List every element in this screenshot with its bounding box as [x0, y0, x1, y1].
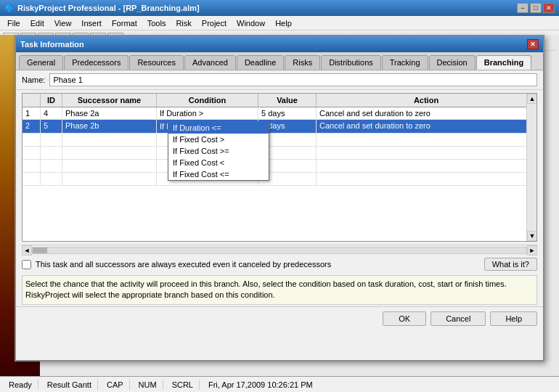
hscroll-left-button[interactable]: ◄: [22, 245, 32, 256]
header-condition: Condition: [157, 94, 258, 107]
vscroll-track: [527, 104, 536, 231]
cell-id-2: 5: [41, 120, 62, 133]
hscroll-track: [32, 247, 527, 254]
cell-empty: [317, 147, 536, 159]
cancel-button[interactable]: Cancel: [431, 311, 486, 326]
menu-edit[interactable]: Edit: [26, 18, 49, 28]
cell-empty: [41, 134, 62, 146]
tab-decision[interactable]: Decision: [429, 55, 476, 70]
cell-action-1: Cancel and set duration to zero: [317, 107, 536, 119]
menu-risk[interactable]: Risk: [171, 18, 195, 28]
header-action: Action: [317, 94, 536, 107]
header-successor: Successor name: [62, 94, 157, 107]
always-execute-checkbox[interactable]: [22, 260, 31, 269]
tab-predecessors[interactable]: Predecessors: [64, 55, 128, 70]
cell-id-1: 4: [41, 107, 62, 119]
status-bar: Ready Result Gantt CAP NUM SCRL Fri, Apr…: [0, 376, 559, 392]
tab-branching[interactable]: Branching: [476, 55, 531, 70]
close-button[interactable]: ✕: [543, 3, 555, 13]
menu-help[interactable]: Help: [271, 18, 296, 28]
tab-risks[interactable]: Risks: [285, 55, 320, 70]
ok-button[interactable]: OK: [383, 311, 426, 326]
hscroll-thumb: [33, 248, 47, 253]
cell-empty: [317, 160, 536, 172]
cell-empty: [23, 173, 41, 185]
task-information-dialog: Task Information ✕ General Predecessors …: [15, 35, 544, 362]
grid-container: ID Successor name Condition Value Action…: [22, 93, 537, 242]
name-row: Name:: [16, 70, 543, 90]
cell-empty: [41, 147, 62, 159]
menu-insert[interactable]: Insert: [77, 18, 106, 28]
cell-rownum-1: 1: [23, 107, 41, 119]
condition-dropdown[interactable]: If Duration <= If Fixed Cost > If Fixed …: [168, 121, 269, 181]
cell-empty: [62, 134, 157, 146]
tab-general[interactable]: General: [19, 55, 63, 70]
tab-deadline[interactable]: Deadline: [237, 55, 284, 70]
dropdown-item-2[interactable]: If Fixed Cost >=: [168, 145, 269, 157]
dropdown-item-1[interactable]: If Fixed Cost >: [168, 134, 269, 145]
table-row[interactable]: [23, 147, 536, 160]
dropdown-item-4[interactable]: If Fixed Cost <=: [168, 168, 269, 180]
cell-empty: [317, 134, 536, 146]
menu-format[interactable]: Format: [107, 18, 142, 28]
header-value: Value: [258, 94, 317, 107]
cell-empty: [41, 160, 62, 172]
checkbox-row: This task and all successors are always …: [16, 255, 543, 274]
table-row[interactable]: [23, 173, 536, 186]
dialog-title: Task Information: [20, 40, 84, 49]
status-ready: Ready: [3, 380, 38, 390]
cell-condition-1: If Duration >: [157, 107, 258, 119]
dropdown-item-0[interactable]: If Duration <=: [168, 122, 269, 134]
table-row[interactable]: [23, 160, 536, 173]
what-is-button[interactable]: What is it?: [484, 258, 537, 271]
cell-empty: [23, 160, 41, 172]
tab-distributions[interactable]: Distributions: [321, 55, 381, 70]
cell-action-2: Cancel and set duration to zero: [317, 120, 536, 133]
table-row[interactable]: 2 5 Phase 2b If Duration <= ▼ 5 days Can…: [23, 120, 536, 134]
status-num: NUM: [133, 380, 163, 390]
status-datetime: Fri, Apr 17,2009 10:26:21 PM: [203, 380, 319, 390]
status-cap: CAP: [101, 380, 130, 390]
menu-view[interactable]: View: [50, 18, 76, 28]
table-row[interactable]: [23, 134, 536, 147]
vscroll-up-button[interactable]: ▲: [527, 94, 537, 104]
status-scrl: SCRL: [166, 380, 200, 390]
name-label: Name:: [22, 75, 45, 84]
tab-tracking[interactable]: Tracking: [382, 55, 428, 70]
dropdown-item-3[interactable]: If Fixed Cost <: [168, 157, 269, 168]
maximize-button[interactable]: □: [530, 3, 542, 13]
hscroll-right-button[interactable]: ►: [527, 245, 537, 256]
app-title: RiskyProject Professional - [RP_Branchin…: [17, 4, 200, 12]
title-bar-controls[interactable]: − □ ✕: [517, 3, 555, 13]
menu-bar: File Edit View Insert Format Tools Risk …: [0, 16, 559, 30]
cell-empty: [41, 173, 62, 185]
header-rownum: [23, 94, 41, 107]
menu-window[interactable]: Window: [232, 18, 269, 28]
cell-empty: [62, 147, 157, 159]
cell-empty: [23, 134, 41, 146]
vscroll-down-button[interactable]: ▼: [527, 231, 537, 241]
checkbox-label: This task and all successors are always …: [36, 260, 331, 269]
minimize-button[interactable]: −: [517, 3, 529, 13]
table-row[interactable]: 1 4 Phase 2a If Duration > 5 days Cancel…: [23, 107, 536, 120]
dialog-title-bar: Task Information ✕: [16, 36, 543, 52]
menu-tools[interactable]: Tools: [143, 18, 171, 28]
menu-file[interactable]: File: [3, 18, 25, 28]
help-button[interactable]: Help: [490, 311, 537, 326]
description-text: Select the chance that the activity will…: [25, 279, 507, 299]
tab-resources[interactable]: Resources: [129, 55, 184, 70]
tab-advanced[interactable]: Advanced: [184, 55, 236, 70]
menu-project[interactable]: Project: [197, 18, 231, 28]
dialog-close-button[interactable]: ✕: [527, 39, 539, 49]
title-bar-left: 🔷 RiskyProject Professional - [RP_Branch…: [4, 4, 200, 13]
grid-horizontal-scrollbar[interactable]: ◄ ►: [22, 245, 537, 255]
cell-empty: [23, 147, 41, 159]
cell-rownum-2: 2: [23, 120, 41, 133]
name-input[interactable]: [49, 73, 537, 86]
grid-vertical-scrollbar[interactable]: ▲ ▼: [526, 94, 536, 241]
cell-successor-1: Phase 2a: [62, 107, 157, 119]
cell-empty: [62, 160, 157, 172]
cell-value-1: 5 days: [258, 107, 317, 119]
cell-empty: [317, 173, 536, 185]
app-icon: 🔷: [4, 4, 15, 13]
